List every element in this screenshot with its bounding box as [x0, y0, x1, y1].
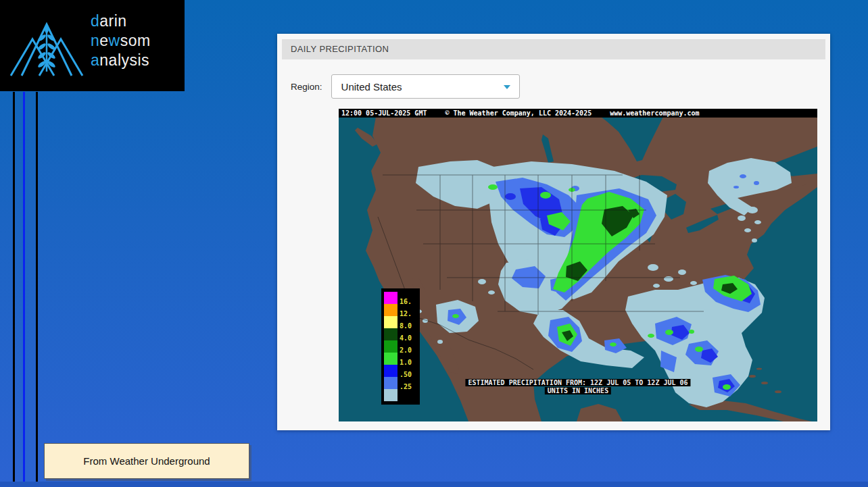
legend-label: 1.0 [400, 359, 412, 366]
logo-wordmark: darin newsom analysis [91, 11, 151, 70]
map-caption-range: ESTIMATED PRECIPITATION FROM: 12Z JUL 05… [465, 379, 690, 386]
legend-label: 8.0 [400, 322, 412, 330]
map-timestamp: 12:00 05-JUL-2025 GMT [341, 109, 427, 117]
logo-line-analysis: analysis [91, 51, 151, 70]
region-label: Region: [291, 82, 322, 92]
map-titlebar: 12:00 05-JUL-2025 GMT © The Weather Comp… [339, 109, 817, 118]
attribution-box: From Weather Underground [44, 443, 249, 479]
decorative-vertical-line-blue [23, 92, 25, 487]
precipitation-map: 12:00 05-JUL-2025 GMT © The Weather Comp… [339, 109, 817, 421]
decorative-vertical-line [13, 92, 15, 487]
region-select[interactable]: United States [331, 74, 520, 99]
chevron-down-icon [504, 85, 510, 89]
legend-label: .50 [400, 371, 412, 378]
legend-swatch [384, 353, 397, 365]
decorative-vertical-line [36, 92, 38, 487]
legend-label: 2.0 [400, 347, 412, 354]
legend-swatch [384, 316, 397, 328]
legend-swatch [384, 340, 397, 353]
attribution-text: From Weather Underground [83, 455, 210, 467]
legend-swatch [384, 389, 397, 401]
precipitation-legend: 16.12.8.04.02.01.0.50.25 [381, 288, 420, 405]
legend-swatch [384, 328, 397, 340]
daily-precipitation-panel: DAILY PRECIPITATION Region: United State… [277, 34, 830, 430]
footer-strip [0, 482, 868, 487]
legend-swatch [384, 365, 397, 377]
map-caption-units: UNITS IN INCHES [545, 387, 611, 394]
dna-logo: darin newsom analysis [0, 0, 185, 91]
map-provider-url: www.weathercompany.com [610, 109, 699, 117]
logo-line-darin: darin [91, 11, 151, 31]
legend-label: 12. [400, 310, 412, 317]
legend-label: 16. [400, 298, 412, 305]
region-select-value: United States [341, 81, 402, 93]
legend-label: 4.0 [400, 334, 412, 342]
map-legend-labels: 16.12.8.04.02.01.0.50.25 [400, 288, 420, 405]
legend-label: .25 [400, 383, 412, 390]
map-copyright: © The Weather Company, LLC 2024-2025 [445, 109, 592, 117]
mountains-wheat-icon [5, 8, 88, 81]
panel-title: DAILY PRECIPITATION [282, 39, 825, 59]
legend-swatch [384, 292, 397, 304]
map-legend-swatches [384, 292, 397, 401]
region-row: Region: United States [291, 74, 520, 99]
legend-swatch [384, 304, 397, 316]
logo-line-newsom: newsom [91, 31, 151, 51]
legend-swatch [384, 377, 397, 389]
